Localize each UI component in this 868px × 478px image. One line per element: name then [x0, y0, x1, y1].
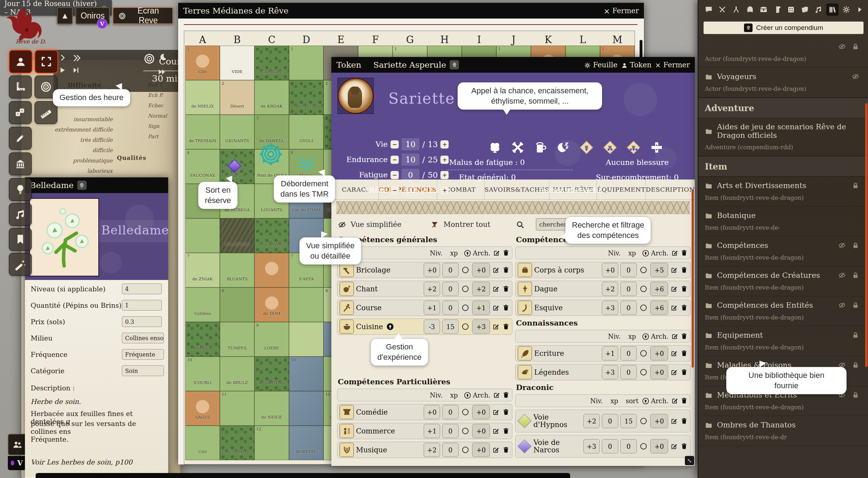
pack-name[interactable]: Voyageurs — [717, 72, 756, 81]
trash-icon[interactable] — [502, 266, 510, 274]
chance-clover-icon[interactable] — [488, 141, 502, 154]
eye-slash-icon[interactable] — [838, 271, 846, 279]
skill-row[interactable]: Cuisine-3 15 +3 — [337, 318, 512, 335]
moon-icon[interactable] — [159, 53, 167, 61]
tmr-tile[interactable] — [254, 253, 289, 287]
select-token-button[interactable] — [9, 50, 32, 73]
tmr-tile[interactable] — [220, 426, 254, 460]
trash-icon[interactable] — [680, 443, 688, 450]
xp-increase-icon[interactable] — [386, 322, 394, 331]
trash-icon[interactable] — [680, 285, 688, 292]
xp-value[interactable]: 0 — [620, 301, 637, 315]
sidebar-tab-compendium[interactable] — [826, 4, 838, 16]
skill-row[interactable]: Légendes+3 0 +0 — [515, 364, 691, 380]
xp-value[interactable]: 0 — [442, 301, 459, 315]
compendium-pack[interactable]: Compétences des EntitésItem (foundryvtt-… — [698, 296, 868, 326]
edit-icon[interactable] — [670, 350, 678, 357]
lighting-tool-button[interactable] — [9, 178, 32, 201]
compendium-pack[interactable]: Compétences de CréaturesItem (foundryvtt… — [698, 266, 868, 296]
field-value[interactable]: Collines ensoleil — [122, 333, 164, 343]
skill-row[interactable]: Voie de Narcos+3 00 +0 — [515, 435, 691, 458]
stat-increase-button[interactable]: + — [440, 140, 449, 149]
field-value[interactable]: 0.3 — [122, 316, 162, 327]
edit-icon[interactable] — [492, 304, 500, 311]
skill-name[interactable]: Légendes — [534, 369, 600, 376]
tmr-tile[interactable] — [220, 253, 254, 287]
niv-value[interactable]: +2 — [424, 282, 440, 296]
pack-name[interactable]: Compétences des Entités — [717, 301, 813, 310]
wound-light-icon[interactable] — [579, 140, 594, 155]
stat-current-value[interactable]: 10 — [402, 154, 419, 166]
filter-icon[interactable] — [430, 220, 439, 229]
lock-icon[interactable] — [852, 331, 859, 339]
roll-circle-icon[interactable] — [461, 323, 470, 331]
hotbar-strip[interactable] — [36, 473, 570, 478]
xp-value[interactable]: 0 — [442, 405, 459, 419]
xp-value[interactable]: 0 — [442, 424, 459, 438]
skill-name[interactable]: Cuisine — [356, 322, 422, 331]
heal-cross-icon[interactable] — [650, 141, 663, 154]
roll-circle-icon[interactable] — [639, 368, 648, 376]
skill-name[interactable]: Esquive — [534, 304, 600, 312]
roll-circle-icon[interactable] — [639, 349, 648, 357]
compendium-pack[interactable]: Ombres de ThanatosItem (foundryvtt-reve-… — [698, 416, 868, 446]
notes-tool-button[interactable] — [9, 228, 32, 251]
stat-decrease-button[interactable]: − — [391, 186, 399, 194]
sounds-tool-button[interactable] — [9, 203, 32, 226]
beer-mug-icon[interactable] — [534, 141, 547, 154]
niv-value[interactable]: +3 — [602, 301, 618, 315]
tmr-tile[interactable] — [220, 115, 254, 149]
edit-icon[interactable] — [670, 443, 678, 450]
skill-name[interactable]: Course — [356, 304, 422, 312]
skill-name[interactable]: Commerce — [356, 427, 422, 435]
trash-icon[interactable] — [502, 409, 510, 416]
wound-severe-icon[interactable] — [626, 140, 641, 155]
skill-row[interactable]: Esquive+3 0 +6 — [515, 300, 691, 316]
play-icon[interactable] — [58, 66, 66, 74]
skill-name[interactable]: Chant — [356, 285, 422, 293]
pack-name[interactable]: Botanique — [717, 211, 756, 220]
tmr-tile[interactable] — [220, 357, 254, 391]
dice-roller-button[interactable] — [9, 101, 32, 124]
wound-medium-icon[interactable] — [603, 140, 617, 155]
lock-icon[interactable] — [852, 301, 859, 309]
skill-name[interactable]: Musique — [356, 446, 422, 454]
skill-row[interactable]: Ecriture+1 0 +0 — [515, 345, 691, 362]
xp-value[interactable]: 0 — [602, 439, 618, 453]
trash-icon[interactable] — [680, 417, 688, 425]
trash-icon[interactable] — [502, 304, 510, 311]
tmr-tile[interactable] — [254, 218, 289, 253]
pack-name[interactable]: Arts et Divertissements — [717, 181, 806, 190]
sheet-close-button[interactable]: Fermer — [655, 61, 690, 69]
roll-circle-icon[interactable] — [461, 427, 470, 435]
compendium-pack[interactable]: Actor (foundryvtt-reve-de-dragon) — [698, 38, 868, 68]
xp-value[interactable]: 0 — [442, 263, 459, 277]
eye-slash-icon[interactable] — [838, 241, 846, 249]
tmr-tile[interactable] — [185, 46, 220, 80]
spell-reserve-spiral-icon[interactable] — [259, 143, 282, 166]
trash-icon[interactable] — [680, 369, 688, 376]
eye-slash-icon[interactable] — [838, 301, 846, 309]
tmr-tile[interactable] — [220, 80, 254, 115]
tmr-tile[interactable] — [289, 391, 324, 426]
niv-value[interactable]: +0 — [602, 263, 618, 277]
stat-increase-button[interactable]: + — [440, 171, 449, 179]
tmr-tile[interactable] — [185, 149, 220, 184]
sheet-config-button[interactable]: Feuille — [584, 61, 618, 69]
sidebar-tab-combat[interactable] — [717, 4, 729, 16]
lock-icon[interactable] — [852, 241, 859, 249]
skill-row[interactable]: Dague+2 0 +6 — [515, 281, 691, 297]
tmr-tile[interactable] — [220, 322, 254, 357]
edit-icon[interactable] — [670, 369, 678, 376]
sort-value[interactable]: 15 — [620, 414, 637, 428]
trash-icon[interactable] — [502, 323, 510, 330]
belledame-titlebar[interactable]: Belledame — [25, 177, 168, 193]
lock-icon[interactable] — [852, 391, 859, 399]
map-window-titlebar[interactable]: Terres Médianes de Rêve Fermer — [178, 3, 644, 19]
field-value[interactable]: Soin — [122, 365, 164, 376]
pack-name[interactable]: Aides de jeu de scenarios Rêve de Dragon… — [717, 123, 862, 140]
roll-circle-icon[interactable] — [639, 304, 648, 312]
tmr-tile[interactable] — [289, 80, 324, 115]
lock-icon[interactable] — [852, 43, 859, 51]
niv-value[interactable]: +0 — [424, 263, 440, 277]
